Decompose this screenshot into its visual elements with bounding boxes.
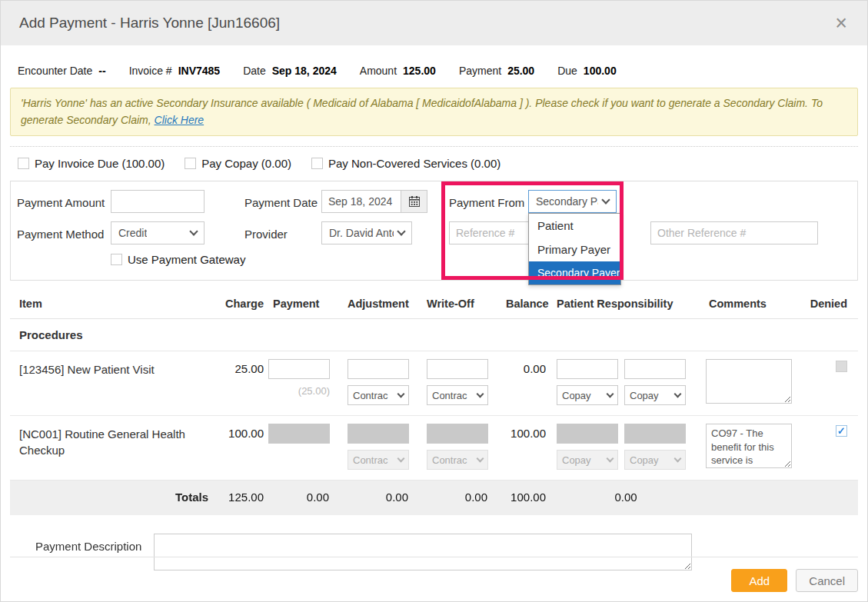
chevron-down-icon [607,454,614,462]
writeoff-input[interactable] [427,359,488,379]
charge-value: 25.00 [221,359,264,375]
option-patient[interactable]: Patient [529,214,620,238]
denied-cell [800,359,858,374]
payment-details-panel: Payment Amount Payment Date Payment From… [10,181,858,281]
option-primary-payer[interactable]: Primary Payer [529,238,620,261]
add-button[interactable]: Add [731,569,787,592]
pr-type-value: Copay [630,390,659,401]
denied-checkbox[interactable]: ✓ [836,425,847,437]
totals-label: Totals [10,491,216,504]
pr-type-select-1[interactable]: Copay [557,385,618,405]
col-header-item: Item [10,298,216,310]
payment-date-label: Payment Date [244,196,318,209]
payment-amount-input[interactable] [111,190,205,213]
summary-label: Amount [360,65,397,77]
pay-non-covered-checkbox[interactable]: Pay Non-Covered Services (0.00) [311,157,501,170]
payment-method-label: Payment Method [17,228,104,241]
option-secondary-payer[interactable]: Secondary Payer [529,261,620,284]
writeoff-type-select: Contrac [427,450,488,470]
adjustment-input-disabled [348,424,409,444]
checkbox-icon[interactable] [18,158,29,169]
col-header-denied: Denied [800,298,858,310]
payment-date-input[interactable] [321,190,401,213]
use-payment-gateway-checkbox[interactable]: Use Payment Gateway [111,253,245,266]
payment-from-dropdown-menu: Patient Primary Payer Secondary Payer [528,213,621,285]
table-header-row: Item Charge Payment Adjustment Write-Off… [10,290,858,319]
section-title: Procedures [10,328,216,341]
totals-charge: 125.00 [221,491,264,504]
summary-label: Encounter Date [18,65,92,77]
chevron-down-icon [674,454,682,462]
pr-type-select-1: Copay [557,450,618,470]
totals-writeoff: 0.00 [427,491,501,504]
comments-textarea[interactable]: CO97 - The benefit for this service is [706,424,792,468]
close-icon[interactable]: × [835,13,847,34]
payment-amount-label: Payment Amount [17,196,105,209]
pr-type-select-2: Copay [624,450,686,470]
invoice-summary-bar: Encounter Date -- Invoice # INV7485 Date… [10,45,858,88]
chevron-down-icon [601,196,610,205]
comments-textarea[interactable] [706,359,792,404]
pr-type-value: Copay [630,454,659,466]
summary-label: Date [243,65,266,77]
pr-input-2[interactable] [624,359,686,379]
totals-patient-responsibility: 0.00 [550,491,701,504]
checkbox-icon[interactable] [111,254,122,265]
col-header-adjustment: Adjustment [348,298,422,310]
chevron-down-icon [189,228,198,236]
adjustment-type-value: Contrac [353,390,388,401]
charge-value: 100.00 [221,424,264,440]
summary-amount: Amount 125.00 [360,65,436,77]
provider-select[interactable]: Dr. David Anto [321,221,412,244]
col-header-comments: Comments [706,298,795,310]
pr-type-value: Copay [562,390,591,401]
summary-value: Sep 18, 2024 [272,65,337,77]
use-payment-gateway-label: Use Payment Gateway [128,253,245,266]
line-items-table: Item Charge Payment Adjustment Write-Off… [10,290,858,515]
payment-method-select[interactable]: Credit [111,221,205,244]
col-header-balance: Balance [506,298,546,310]
modal-title: Add Payment - Harris Yonne [Jun16606] [19,15,280,32]
pr-type-select-2[interactable]: Copay [624,385,686,405]
other-reference-number-input[interactable] [650,221,818,244]
pay-invoice-due-label: Pay Invoice Due (100.00) [35,157,165,170]
summary-due: Due 100.00 [557,65,617,77]
payment-from-select[interactable]: Secondary Pa [528,190,617,213]
balance-value: 100.00 [506,424,546,440]
chevron-down-icon [477,390,484,397]
item-name: [NC001] Routine General Health Checkup [10,424,216,458]
summary-label: Due [557,65,577,77]
writeoff-input-disabled [427,424,488,444]
checkbox-icon[interactable] [185,158,196,169]
summary-encounter-date: Encounter Date -- [18,65,106,77]
writeoff-type-select[interactable]: Contrac [427,385,488,405]
secondary-insurance-alert: 'Harris Yonne' has an active Secondary I… [10,88,858,136]
payment-method-value: Credit [118,227,147,239]
provider-label: Provider [244,228,288,241]
totals-payment: 0.00 [268,491,343,504]
click-here-link[interactable]: Click Here [155,114,205,126]
writeoff-type-value: Contrac [432,454,467,466]
summary-label: Invoice # [129,65,172,77]
pay-copay-label: Pay Copay (0.00) [201,157,291,170]
writeoff-cell: Contrac [427,359,501,405]
chevron-down-icon [477,454,484,462]
pay-copay-checkbox[interactable]: Pay Copay (0.00) [185,157,291,170]
pr-input-1[interactable] [557,359,618,379]
totals-row: Totals 125.00 0.00 0.00 0.00 100.00 0.00 [10,481,858,515]
pay-invoice-due-checkbox[interactable]: Pay Invoice Due (100.00) [18,157,165,170]
checkbox-icon[interactable] [311,158,323,169]
adjustment-input[interactable] [348,359,409,379]
payment-from-label: Payment From [449,196,524,209]
table-row: [123456] New Patient Visit 25.00 (25.00)… [10,351,858,416]
payment-input[interactable] [268,359,330,379]
summary-payment: Payment 25.00 [459,65,534,77]
calendar-icon[interactable] [401,190,427,213]
pr-input-disabled [557,424,618,444]
summary-value: 125.00 [403,65,436,77]
adjustment-type-select[interactable]: Contrac [348,385,409,405]
summary-value: INV7485 [178,65,220,77]
modal-body: Encounter Date -- Invoice # INV7485 Date… [1,45,867,570]
adjustment-type-select: Contrac [348,450,409,470]
cancel-button[interactable]: Cancel [796,569,858,592]
